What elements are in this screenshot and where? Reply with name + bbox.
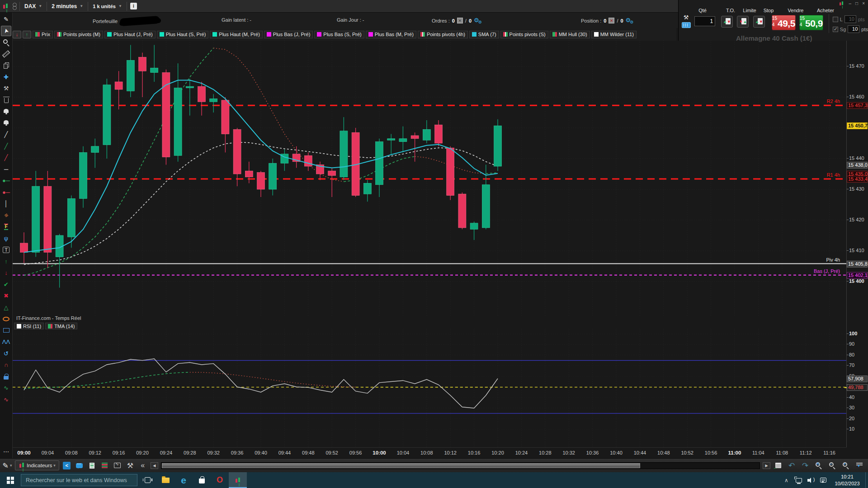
- timeframe-dropdown[interactable]: 2 minutes▼: [50, 3, 85, 9]
- keyboard-trading-icon[interactable]: [682, 22, 691, 28]
- auto-orders-icon[interactable]: ⚙: [474, 17, 483, 23]
- price-marker-down-button[interactable]: ↓: [13, 31, 21, 38]
- auto-position-icon[interactable]: ⚙: [626, 17, 635, 23]
- trading-app-icon[interactable]: [229, 472, 247, 488]
- calendar-button[interactable]: [773, 460, 783, 470]
- units-dropdown[interactable]: 1 k unités▼: [91, 4, 123, 9]
- fibonacci-tool[interactable]: F: [1, 221, 11, 232]
- rsi-legend-item-0[interactable]: RSI (11): [14, 323, 44, 329]
- sell-button[interactable]: 15 4 49,5: [772, 15, 796, 30]
- hline-white-tool[interactable]: ─: [1, 164, 11, 174]
- network-icon[interactable]: [793, 472, 805, 488]
- arrow-up-tool[interactable]: ↑: [1, 256, 11, 267]
- trendline-white-tool[interactable]: ╱: [1, 129, 11, 140]
- legend-item-6[interactable]: Plus Bas (S, Pré): [314, 31, 364, 38]
- stop-pts-input[interactable]: 10: [848, 25, 859, 33]
- chart-tab-icon[interactable]: [839, 1, 844, 6]
- vline-tool[interactable]: │: [1, 198, 11, 209]
- zoom-out-button[interactable]: [827, 460, 837, 470]
- chart-settings-button[interactable]: ⚒: [125, 460, 135, 470]
- channel-tool[interactable]: ≡: [1, 210, 11, 221]
- collapse-toolbar-button[interactable]: «: [138, 460, 148, 470]
- legend-item-4[interactable]: Plus Haut (M, Pré): [210, 31, 262, 38]
- zoom-fit-button[interactable]: [814, 460, 824, 470]
- scroll-right-button[interactable]: ▶: [763, 462, 770, 469]
- alert-cursor-tool[interactable]: [1, 106, 11, 117]
- undo-button[interactable]: ↶: [787, 460, 797, 470]
- hline-green-tool[interactable]: ●─: [1, 175, 11, 186]
- buy-button[interactable]: 15 4 50,9: [799, 15, 823, 30]
- cancel-orders-icon[interactable]: [457, 18, 463, 23]
- stop-guard-checkbox[interactable]: [833, 27, 838, 32]
- scrollbar-thumb[interactable]: [162, 463, 641, 468]
- trash-tool[interactable]: [1, 95, 11, 105]
- rsi-legend-item-1[interactable]: TMA (14): [45, 323, 77, 329]
- rotate-cursor-tool[interactable]: ↺: [1, 348, 11, 359]
- price-axis[interactable]: 15 40015 41015 42015 43015 44015 45015 4…: [846, 41, 868, 447]
- close-position-icon[interactable]: [609, 18, 614, 23]
- file-explorer-icon[interactable]: [156, 472, 175, 488]
- tools-tool[interactable]: ⚒: [1, 83, 11, 94]
- rsi-chart[interactable]: [13, 329, 846, 447]
- share-button[interactable]: [62, 460, 72, 470]
- taskbar-clock[interactable]: 10:21 10/02/2023: [829, 472, 865, 488]
- instrument-dropdown[interactable]: DAX▼: [23, 3, 43, 9]
- cursor-arrow-tool[interactable]: ➤: [1, 26, 11, 36]
- legend-item-9[interactable]: SMA (7): [469, 31, 499, 38]
- pitchfork-tool[interactable]: ψ: [1, 233, 11, 244]
- chart-type-icon[interactable]: [2, 3, 9, 9]
- link-windows-icon[interactable]: [12, 3, 16, 10]
- rectangle-tool[interactable]: [1, 325, 11, 336]
- info-icon[interactable]: i: [130, 3, 137, 9]
- taskbar-search-input[interactable]: Rechercher sur le web et dans Windows: [21, 474, 137, 486]
- start-button[interactable]: [0, 472, 21, 488]
- time-axis[interactable]: 09:0009:0409:0809:1209:1609:2009:2409:28…: [13, 447, 846, 458]
- legend-item-7[interactable]: Plus Bas (M, Pré): [366, 31, 416, 38]
- legend-item-12[interactable]: MM Wilder (11): [591, 31, 637, 38]
- legend-item-0[interactable]: Prix: [33, 31, 53, 38]
- redo-button[interactable]: ↷: [800, 460, 810, 470]
- task-view-button[interactable]: [138, 472, 156, 488]
- to-order-button[interactable]: ▲▼: [721, 16, 733, 28]
- alert-bell-tool[interactable]: [1, 118, 11, 128]
- scroll-left-button[interactable]: ◀: [151, 462, 158, 469]
- hline-red-tool[interactable]: ●─: [1, 187, 11, 197]
- notifications-icon[interactable]: [817, 472, 829, 488]
- legend-item-3[interactable]: Plus Haut (S, Pré): [157, 31, 209, 38]
- chart-scrollbar[interactable]: [161, 462, 760, 469]
- arrow-down-tool[interactable]: ↓: [1, 267, 11, 278]
- zigzag-tool[interactable]: ΛΛ: [1, 337, 11, 347]
- check-tool[interactable]: ✔: [1, 279, 11, 290]
- legend-item-11[interactable]: MM Hull (30): [550, 31, 590, 38]
- limit-pts-input[interactable]: 10: [844, 15, 856, 23]
- legend-item-10[interactable]: Points pivots (S): [500, 31, 548, 38]
- pattern-bull-tool[interactable]: ∿: [1, 383, 11, 393]
- volume-icon[interactable]: ): [805, 472, 817, 488]
- ellipse-tool[interactable]: [1, 314, 11, 324]
- edge-icon[interactable]: e: [175, 472, 193, 488]
- legend-item-8[interactable]: Points pivots (4h): [418, 31, 468, 38]
- quantity-input[interactable]: [694, 16, 715, 26]
- chat-button[interactable]: [75, 460, 85, 470]
- legend-item-2[interactable]: Plus Haut (J, Pré): [104, 31, 156, 38]
- zoom-magnifier-tool[interactable]: [1, 37, 11, 47]
- limit-checkbox[interactable]: [833, 17, 838, 22]
- trendline-red-tool[interactable]: ╱: [1, 152, 11, 163]
- triangle-tool[interactable]: △: [1, 302, 11, 313]
- cross-tool[interactable]: ✖: [1, 291, 11, 301]
- show-desktop-button[interactable]: [865, 472, 868, 488]
- lock-tool[interactable]: [1, 371, 11, 382]
- indicateurs-button[interactable]: Indicateurs▾: [15, 460, 59, 470]
- price-chart[interactable]: R2 4hR1 4hPiv 4hBas (J, Pré): [13, 41, 846, 316]
- zoom-in-button[interactable]: [841, 460, 851, 470]
- news-button[interactable]: [87, 460, 97, 470]
- store-icon[interactable]: [193, 472, 211, 488]
- more-tools-tool[interactable]: ⋯: [1, 446, 11, 457]
- draw-tool-button[interactable]: ✎▾: [2, 460, 12, 470]
- legend-item-1[interactable]: Points pivots (M): [54, 31, 103, 38]
- stop-order-button[interactable]: ▲▼: [753, 16, 765, 28]
- chart-window-button[interactable]: [113, 460, 123, 470]
- price-marker-up-button[interactable]: ↑: [23, 31, 31, 38]
- trade-settings-icon[interactable]: ⚒: [684, 14, 689, 21]
- maximize-button[interactable]: □: [855, 1, 858, 6]
